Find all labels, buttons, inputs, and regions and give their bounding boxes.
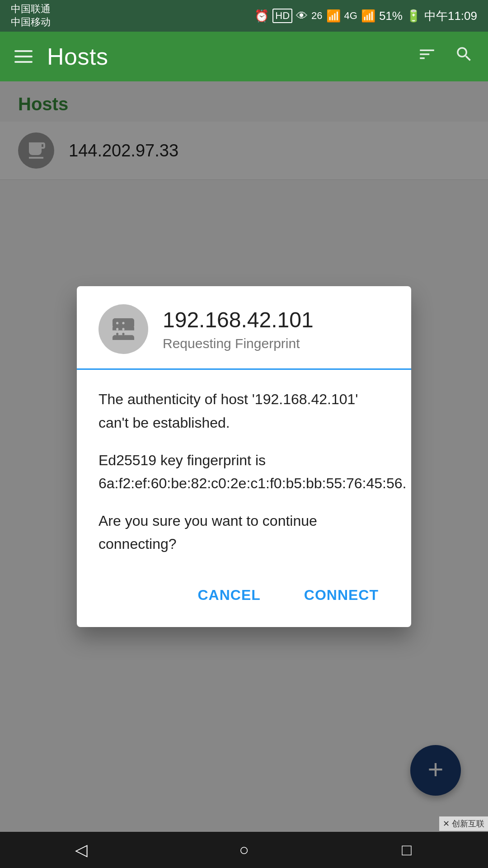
search-icon[interactable] <box>455 45 474 68</box>
signal-bar1: 📶 <box>326 9 341 23</box>
dialog-actions: CANCEL CONNECT <box>77 571 411 627</box>
dialog-fingerprint: Ed25519 key fingerprint is 6a:f2:ef:60:b… <box>99 449 389 495</box>
back-button[interactable]: ◁ <box>63 832 99 868</box>
dialog-host-info: 192.168.42.101 Requesting Fingerprint <box>163 307 314 351</box>
dialog-body: The authenticity of host '192.168.42.101… <box>77 370 411 570</box>
watermark-logo: ✕ <box>443 819 450 828</box>
dialog-host-status: Requesting Fingerprint <box>163 336 314 351</box>
dialog-host-avatar <box>99 304 148 354</box>
dialog-overlay: 192.168.42.101 Requesting Fingerprint Th… <box>0 81 488 832</box>
fingerprint-dialog: 192.168.42.101 Requesting Fingerprint Th… <box>77 286 411 627</box>
dialog-host-ip: 192.168.42.101 <box>163 307 314 332</box>
cancel-button[interactable]: CANCEL <box>179 578 278 613</box>
status-bar-right: ⏰ HD 👁 26 📶 4G 📶 51% 🔋 中午11:09 <box>254 8 477 24</box>
dialog-message: The authenticity of host '192.168.42.101… <box>99 388 389 434</box>
home-button[interactable]: ○ <box>226 832 262 868</box>
eye-icon: 👁 <box>296 9 308 23</box>
dialog-question: Are you sure you want to continue connec… <box>99 509 389 556</box>
bottom-nav: ◁ ○ □ <box>0 832 488 868</box>
hd-icon: HD <box>272 9 292 23</box>
watermark: ✕ 创新互联 <box>439 816 488 831</box>
recent-button[interactable]: □ <box>389 832 425 868</box>
app-bar-actions <box>418 45 474 68</box>
signal-bar2: 📶 <box>361 9 375 23</box>
alarm-icon: ⏰ <box>254 9 269 23</box>
battery-icon: 🔋 <box>406 9 421 23</box>
carrier2: 中国移动 <box>11 16 51 29</box>
battery-percent: 51% <box>379 9 403 23</box>
connect-button[interactable]: CONNECT <box>286 578 397 613</box>
carrier-info: 中国联通 中国移动 <box>11 3 51 28</box>
app-bar: Hosts <box>0 32 488 81</box>
status-bar: 中国联通 中国移动 ⏰ HD 👁 26 📶 4G 📶 51% 🔋 中午11:09 <box>0 0 488 32</box>
time-display: 中午11:09 <box>424 8 477 24</box>
menu-button[interactable] <box>14 50 33 63</box>
app-title: Hosts <box>47 43 403 70</box>
main-content: Hosts 144.202.97.33 192.168.42.101 Reque… <box>0 81 488 832</box>
signal-26: 26 <box>311 10 322 22</box>
dialog-header: 192.168.42.101 Requesting Fingerprint <box>77 286 411 354</box>
signal-4g: 4G <box>344 10 357 22</box>
carrier1: 中国联通 <box>11 3 51 16</box>
filter-icon[interactable] <box>418 45 436 68</box>
